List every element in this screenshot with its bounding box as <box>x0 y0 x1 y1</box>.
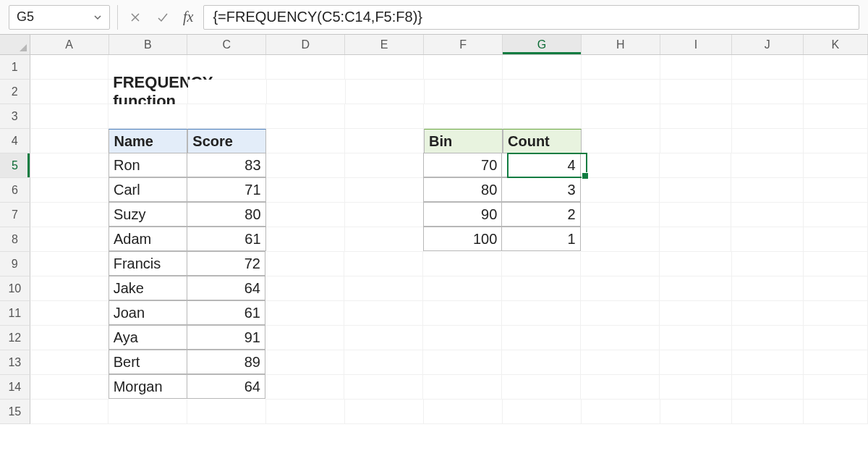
cell-G14[interactable] <box>502 375 581 400</box>
cell-F5[interactable]: 70 <box>423 153 502 177</box>
cell-B14[interactable]: Morgan <box>109 374 187 399</box>
row-header-3[interactable]: 3 <box>0 104 30 129</box>
formula-input[interactable]: {=FREQUENCY(C5:C14,F5:F8)} <box>203 5 859 30</box>
cell-K2[interactable] <box>804 80 868 104</box>
cell-E14[interactable] <box>344 375 423 400</box>
row-header-13[interactable]: 13 <box>0 350 30 375</box>
cell-K3[interactable] <box>804 104 868 129</box>
cell-C13[interactable]: 89 <box>187 350 265 374</box>
cell-J2[interactable] <box>732 80 804 104</box>
cell-C2[interactable] <box>188 80 267 104</box>
row-header-1[interactable]: 1 <box>0 55 30 80</box>
cell-J10[interactable] <box>732 276 804 301</box>
col-header-A[interactable]: A <box>30 35 109 54</box>
cell-K8[interactable] <box>804 227 868 252</box>
cell-B5[interactable]: Ron <box>109 153 187 177</box>
cell-G5[interactable]: 4 <box>501 153 580 177</box>
fx-icon[interactable]: fx <box>180 9 196 25</box>
cell-C9[interactable]: 72 <box>187 251 265 276</box>
cell-F9[interactable] <box>423 252 502 276</box>
cell-H7[interactable] <box>581 203 660 227</box>
cell-G7[interactable]: 2 <box>501 202 580 227</box>
cell-C12[interactable]: 91 <box>187 325 265 350</box>
row-header-7[interactable]: 7 <box>0 203 30 227</box>
cell-K5[interactable] <box>804 153 868 178</box>
select-all-corner[interactable] <box>0 35 30 54</box>
cell-J8[interactable] <box>731 227 803 252</box>
cell-G3[interactable] <box>503 104 582 129</box>
cell-A8[interactable] <box>30 227 109 252</box>
cell-H12[interactable] <box>581 326 660 350</box>
cell-C6[interactable]: 71 <box>187 177 265 202</box>
row-header-11[interactable]: 11 <box>0 301 30 326</box>
cell-A5[interactable] <box>30 153 109 178</box>
cell-F8[interactable]: 100 <box>423 227 502 251</box>
cell-B6[interactable]: Carl <box>109 177 187 202</box>
cell-G15[interactable] <box>503 400 582 424</box>
cancel-icon[interactable] <box>125 7 145 28</box>
cell-G8[interactable]: 1 <box>501 227 580 251</box>
cell-J9[interactable] <box>732 252 804 276</box>
cell-J5[interactable] <box>731 153 803 178</box>
cell-I1[interactable] <box>660 55 732 80</box>
cell-F14[interactable] <box>423 375 502 400</box>
col-header-K[interactable]: K <box>804 35 868 54</box>
cell-I8[interactable] <box>660 227 731 252</box>
cell-A10[interactable] <box>30 276 109 301</box>
col-header-J[interactable]: J <box>732 35 804 54</box>
cell-A9[interactable] <box>30 252 109 276</box>
cell-I12[interactable] <box>660 326 731 350</box>
cell-I14[interactable] <box>660 375 731 400</box>
cell-K12[interactable] <box>804 326 868 350</box>
cell-A13[interactable] <box>30 350 109 375</box>
row-header-8[interactable]: 8 <box>0 227 30 252</box>
cell-D9[interactable] <box>265 252 344 276</box>
cell-D3[interactable] <box>266 104 345 129</box>
cell-B13[interactable]: Bert <box>109 350 187 374</box>
cell-E11[interactable] <box>344 301 423 326</box>
name-box[interactable]: G5 <box>9 5 110 30</box>
cell-A11[interactable] <box>30 301 109 326</box>
cell-K9[interactable] <box>804 252 868 276</box>
cell-E1[interactable] <box>345 55 424 80</box>
cell-F2[interactable] <box>425 80 503 104</box>
cell-B4[interactable]: Name <box>109 129 187 153</box>
cell-I3[interactable] <box>660 104 732 129</box>
cell-K13[interactable] <box>804 350 868 375</box>
cell-K6[interactable] <box>804 178 868 203</box>
col-header-D[interactable]: D <box>266 35 345 54</box>
cell-A2[interactable] <box>30 80 109 104</box>
col-header-F[interactable]: F <box>424 35 503 54</box>
cell-K14[interactable] <box>804 375 868 400</box>
cell-F7[interactable]: 90 <box>423 202 502 227</box>
cell-B7[interactable]: Suzy <box>109 202 187 227</box>
cell-K1[interactable] <box>804 55 868 80</box>
row-header-5[interactable]: 5 <box>0 153 30 178</box>
cell-D10[interactable] <box>265 276 344 301</box>
cell-J13[interactable] <box>732 350 804 375</box>
col-header-G[interactable]: G <box>503 35 582 54</box>
cell-D1[interactable] <box>266 55 345 80</box>
col-header-H[interactable]: H <box>582 35 660 54</box>
cell-I11[interactable] <box>660 301 731 326</box>
cell-E4[interactable] <box>345 129 424 153</box>
col-header-C[interactable]: C <box>187 35 266 54</box>
cell-A12[interactable] <box>30 326 109 350</box>
cell-B8[interactable]: Adam <box>109 227 187 251</box>
row-header-14[interactable]: 14 <box>0 375 30 400</box>
row-header-12[interactable]: 12 <box>0 326 30 350</box>
cell-A7[interactable] <box>30 203 109 227</box>
cell-C7[interactable]: 80 <box>187 202 265 227</box>
cell-I10[interactable] <box>660 276 731 301</box>
cell-H13[interactable] <box>581 350 660 375</box>
cell-C15[interactable] <box>187 400 266 424</box>
cell-H5[interactable] <box>581 153 660 178</box>
cell-D11[interactable] <box>265 301 344 326</box>
cell-F13[interactable] <box>423 350 502 375</box>
cell-A6[interactable] <box>30 178 109 203</box>
cell-I6[interactable] <box>660 178 731 203</box>
cell-I7[interactable] <box>660 203 731 227</box>
cell-I13[interactable] <box>660 350 731 375</box>
row-header-10[interactable]: 10 <box>0 276 30 301</box>
cell-D14[interactable] <box>265 375 344 400</box>
